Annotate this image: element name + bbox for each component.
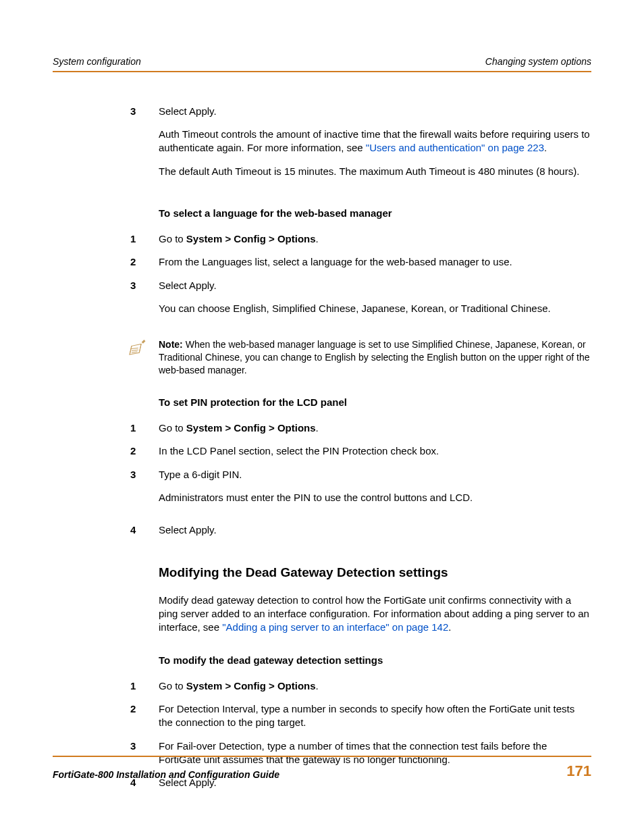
list-item: 1 Go to System > Config > Options. [159,421,591,435]
step-text: For Detection Interval, type a number in… [159,702,591,730]
step-text: Type a 6-digit PIN. [159,468,591,481]
paragraph: Modify dead gateway detection to control… [159,594,591,635]
list-item: 2 In the LCD Panel section, select the P… [159,444,591,458]
xref-link[interactable]: "Users and authentication" on page 223 [366,142,544,153]
note-icon [125,338,159,377]
step-text: Select Apply. [159,523,591,537]
svg-line-1 [132,350,138,350]
list-item: 4 Select Apply. [159,523,591,537]
procedure-title: To select a language for the web-based m… [159,207,591,220]
footer-title: FortiGate-800 Installation and Configura… [53,768,279,781]
step-number: 3 [130,279,159,325]
step-number: 3 [130,105,159,188]
step-text: Select Apply. [159,105,591,118]
running-header: System configuration Changing system opt… [53,55,591,72]
step-number: 1 [130,421,159,435]
procedure-title: To modify the dead gateway detection set… [159,654,591,667]
step-number: 1 [130,232,159,246]
page-footer: FortiGate-800 Installation and Configura… [53,756,591,781]
step-number: 3 [130,468,159,515]
xref-link[interactable]: "Adding a ping server to an interface" o… [222,621,448,633]
header-left: System configuration [53,55,141,68]
paragraph: Auth Timeout controls the amount of inac… [159,128,591,155]
step-text: Go to System > Config > Options. [159,232,591,246]
step-number: 2 [130,444,159,458]
page-number: 171 [566,761,591,781]
list-item: 2 From the Languages list, select a lang… [159,255,591,269]
list-item: 3 Type a 6-digit PIN. Administrators mus… [159,468,591,515]
list-item: 1 Go to System > Config > Options. [159,679,591,693]
list-item: 2 For Detection Interval, type a number … [159,702,591,730]
step-text: From the Languages list, select a langua… [159,255,591,269]
paragraph: The default Auth Timeout is 15 minutes. … [159,165,591,178]
paragraph: Administrators must enter the PIN to use… [159,491,591,504]
list-item: 3 Select Apply. Auth Timeout controls th… [159,105,591,188]
svg-line-2 [132,352,138,353]
list-item: 3 Select Apply. You can choose English, … [159,279,591,325]
note-text: Note: When the web-based manager languag… [159,338,591,377]
step-text: In the LCD Panel section, select the PIN… [159,444,591,458]
step-number: 4 [130,523,159,537]
step-number: 2 [130,255,159,269]
header-right: Changing system options [485,55,591,68]
step-text: Go to System > Config > Options. [159,421,591,435]
step-text: Go to System > Config > Options. [159,679,591,693]
svg-line-0 [132,348,138,348]
body-content: 3 Select Apply. Auth Timeout controls th… [159,105,591,790]
section-heading: Modifying the Dead Gateway Detection set… [159,564,591,581]
note-block: Note: When the web-based manager languag… [125,338,591,377]
step-number: 2 [130,702,159,730]
step-text: Select Apply. [159,279,591,292]
list-item: 1 Go to System > Config > Options. [159,232,591,246]
paragraph: You can choose English, Simplified Chine… [159,302,591,315]
procedure-title: To set PIN protection for the LCD panel [159,396,591,409]
step-number: 1 [130,679,159,693]
